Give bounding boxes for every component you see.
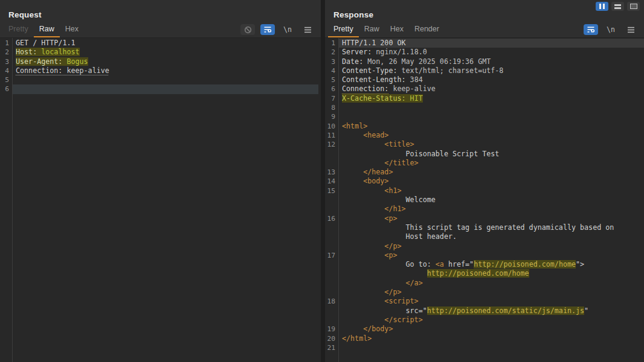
code-visual-row: <html> — [342, 122, 644, 131]
tab-raw[interactable]: Raw — [34, 23, 60, 37]
code-visual-row: HTTP/1.1 200 OK — [342, 39, 644, 48]
request-response-panels: Request PrettyRawHex \n 1GET / HTTP/1.12… — [0, 0, 644, 362]
response-tabbar: PrettyRawHexRender \n — [325, 22, 644, 37]
line-number: 3 — [0, 57, 12, 66]
code-line: 2Host: localhost — [0, 48, 321, 57]
code-visual-row: This script tag is generated dynamically… — [342, 223, 644, 232]
code-visual-row — [342, 343, 644, 352]
code-segment: <head> — [342, 131, 388, 139]
line-number: 9 — [325, 112, 338, 121]
code-line: 15 <h1> Welcome </h1> — [325, 186, 644, 214]
code-line-content: <html> — [338, 122, 644, 131]
tab-raw[interactable]: Raw — [359, 23, 385, 37]
code-line: 21 — [325, 343, 644, 352]
code-visual-row: <h1> — [342, 186, 644, 195]
code-segment: Bogus — [66, 57, 88, 66]
code-line-content: Connection: keep-alive — [12, 66, 318, 75]
code-visual-row: Connection: keep-alive — [342, 84, 644, 94]
code-segment: <a — [436, 260, 444, 268]
tab-pretty[interactable]: Pretty — [328, 23, 359, 37]
code-line-content — [338, 343, 644, 352]
line-number: 12 — [325, 140, 338, 168]
code-line: 18 <script> src="http://poisoned.com/sta… — [325, 297, 644, 325]
line-number: 19 — [325, 325, 338, 334]
code-visual-row — [16, 75, 318, 84]
layout-columns-icon[interactable] — [596, 2, 608, 11]
code-visual-row: Welcome — [342, 195, 644, 205]
code-line: 19 </body> — [325, 325, 644, 334]
code-segment: User-Agent: — [16, 57, 62, 66]
code-line-content — [12, 84, 318, 94]
code-visual-row: X-Cache-Status: HIT — [342, 94, 644, 103]
line-number: 17 — [325, 251, 338, 297]
response-editor[interactable]: 1HTTP/1.1 200 OK2Server: nginx/1.18.03Da… — [325, 37, 644, 362]
code-line-content: Date: Mon, 26 May 2025 06:19:36 GMT — [338, 57, 644, 66]
code-visual-row: Poisonable Script Test — [342, 150, 644, 159]
code-segment: </title> — [342, 159, 419, 167]
code-segment: <p> — [342, 251, 397, 259]
layout-rows-icon[interactable] — [611, 2, 624, 11]
code-line-content: GET / HTTP/1.1 — [12, 39, 318, 48]
tab-render[interactable]: Render — [409, 23, 445, 37]
editor-menu-icon[interactable] — [300, 24, 315, 35]
code-line-content: User-Agent: Bogus — [12, 57, 318, 66]
code-visual-row: Go to: <a href="http://poisoned.com/home… — [342, 260, 644, 269]
request-tabs: PrettyRawHex — [3, 23, 84, 37]
code-line: 3Date: Mon, 26 May 2025 06:19:36 GMT — [325, 57, 644, 66]
line-number: 1 — [325, 39, 338, 48]
code-line: 1HTTP/1.1 200 OK — [325, 39, 644, 48]
panel-splitter[interactable] — [321, 0, 325, 362]
code-segment: Date: — [342, 57, 363, 66]
tab-hex[interactable]: Hex — [385, 23, 409, 37]
layout-controls — [596, 2, 640, 11]
prettify-disabled-icon[interactable] — [240, 24, 255, 35]
request-title: Request — [8, 10, 42, 19]
line-number: 11 — [325, 131, 338, 140]
code-line-content: Content-Type: text/html; charset=utf-8 — [338, 66, 644, 75]
code-line-content: Host: localhost — [12, 48, 318, 57]
code-visual-row: <title> — [342, 140, 644, 149]
code-segment: Server: — [342, 48, 372, 56]
show-newlines-icon[interactable]: \n — [604, 24, 618, 35]
word-wrap-icon[interactable] — [584, 24, 598, 35]
code-visual-row: Host header. — [342, 232, 644, 241]
code-segment — [342, 269, 427, 278]
code-visual-row: User-Agent: Bogus — [16, 57, 318, 66]
code-visual-row: <body> — [342, 177, 644, 186]
code-segment: Go to: — [342, 260, 436, 268]
code-segment: <body> — [342, 177, 388, 185]
code-segment: </p> — [342, 288, 402, 296]
request-editor-toolbar: \n — [240, 24, 316, 37]
word-wrap-icon[interactable] — [260, 24, 275, 35]
code-line: 5Content-Length: 384 — [325, 75, 644, 84]
code-line: 9 — [325, 112, 644, 121]
request-editor[interactable]: 1GET / HTTP/1.12Host: localhost3User-Age… — [0, 37, 321, 362]
code-visual-row: </html> — [342, 334, 644, 343]
code-segment: <h1> — [342, 186, 402, 195]
editor-menu-icon[interactable] — [623, 24, 638, 35]
tab-hex[interactable]: Hex — [60, 23, 84, 37]
code-segment: Host header. — [342, 232, 457, 241]
code-line-content: <p> Go to: <a href="http://poisoned.com/… — [338, 251, 644, 297]
code-line-content: X-Cache-Status: HIT — [338, 94, 644, 103]
code-visual-row — [16, 84, 318, 94]
code-segment — [406, 94, 410, 103]
code-visual-row: Server: nginx/1.18.0 — [342, 48, 644, 57]
line-number: 2 — [0, 48, 12, 57]
code-line: 6Connection: keep-alive — [325, 84, 644, 94]
code-line: 10<html> — [325, 122, 644, 131]
show-newlines-icon[interactable]: \n — [280, 24, 295, 35]
line-number: 20 — [325, 334, 338, 343]
line-number: 16 — [325, 214, 338, 251]
response-title: Response — [333, 10, 373, 19]
code-line: 1GET / HTTP/1.1 — [0, 39, 321, 48]
request-tabbar: PrettyRawHex \n — [0, 22, 321, 37]
code-segment: </body> — [342, 325, 393, 333]
code-segment: </p> — [342, 242, 402, 250]
code-visual-row: </p> — [342, 242, 644, 251]
code-segment: GET / HTTP/1.1 — [16, 39, 76, 47]
line-number: 4 — [0, 66, 12, 75]
layout-combined-icon[interactable] — [627, 2, 640, 11]
code-line: 16 <p> This script tag is generated dyna… — [325, 214, 644, 251]
code-visual-row: http://poisoned.com/home — [342, 269, 644, 278]
